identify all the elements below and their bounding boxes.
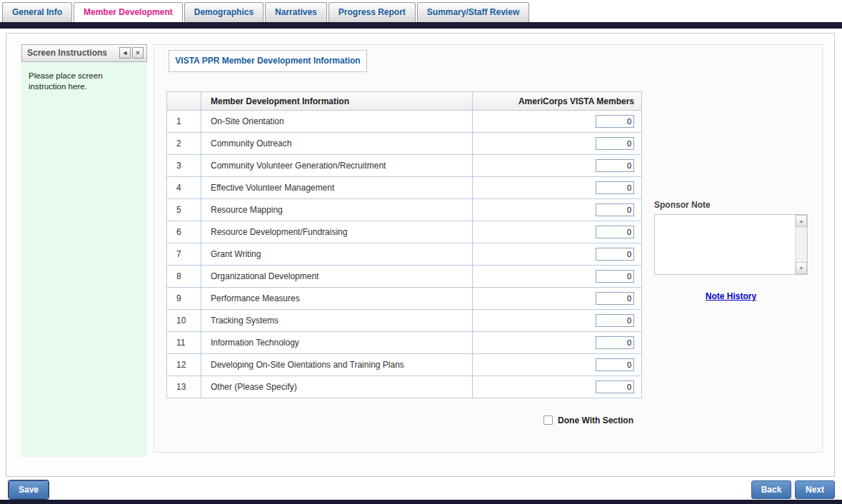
member-count-input[interactable]: [596, 292, 634, 305]
table-row: 4Effective Volunteer Management: [167, 177, 642, 199]
done-with-section: Done With Section: [166, 413, 633, 426]
row-number: 1: [167, 111, 201, 133]
note-history-wrap: Note History: [654, 289, 808, 302]
member-count-input[interactable]: [596, 226, 634, 238]
table-row: 2Community Outreach: [167, 133, 642, 155]
row-value-cell: [473, 288, 642, 310]
tab-bar: General InfoMember DevelopmentDemographi…: [0, 0, 842, 22]
note-history-link[interactable]: Note History: [706, 291, 756, 301]
row-value-cell: [473, 155, 642, 177]
tab-summary-staff-review[interactable]: Summary/Staff Review: [417, 2, 529, 22]
row-label: Community Volunteer Generation/Recruitme…: [201, 155, 473, 177]
member-count-input[interactable]: [596, 270, 634, 283]
row-number: 7: [167, 243, 201, 266]
tab-member-development[interactable]: Member Development: [74, 2, 183, 22]
row-value-cell: [473, 332, 642, 354]
row-value-cell: [473, 266, 642, 288]
member-count-input[interactable]: [596, 314, 634, 327]
member-count-input[interactable]: [596, 181, 634, 194]
screen-instructions-title: Screen Instructions: [27, 48, 107, 58]
row-value-cell: [473, 199, 642, 221]
tab-narratives[interactable]: Narratives: [265, 2, 327, 22]
row-label: Grant Writing: [201, 243, 473, 266]
row-value-cell: [473, 221, 642, 243]
member-development-table: Member Development Information AmeriCorp…: [166, 91, 642, 398]
row-value-cell: [473, 310, 642, 332]
row-label: Organizational Development: [201, 266, 473, 288]
table-row: 1On-Site Orientation: [167, 111, 642, 133]
sponsor-note-label: Sponsor Note: [654, 200, 808, 210]
scroll-down-icon[interactable]: ▼: [796, 262, 807, 274]
member-table-body: 1On-Site Orientation2Community Outreach3…: [167, 111, 642, 398]
member-count-input[interactable]: [596, 159, 634, 172]
row-number: 9: [167, 288, 201, 310]
bottom-dark-bar: [0, 500, 842, 504]
row-label: Tracking Systems: [201, 310, 473, 332]
table-row: 3Community Volunteer Generation/Recruitm…: [167, 155, 642, 177]
done-label: Done With Section: [558, 415, 633, 425]
row-label: Community Outreach: [201, 133, 473, 155]
page: General InfoMember DevelopmentDemographi…: [0, 0, 842, 504]
member-count-input[interactable]: [596, 380, 634, 393]
row-number: 2: [167, 133, 201, 155]
done-checkbox[interactable]: [543, 415, 553, 425]
table-row: 8Organizational Development: [167, 266, 642, 288]
row-number: 6: [167, 221, 201, 243]
close-icon[interactable]: ×: [132, 47, 144, 59]
row-number: 5: [167, 199, 201, 221]
footer-bar: [0, 477, 842, 500]
row-value-cell: [473, 376, 642, 398]
scroll-up-icon[interactable]: ▲: [796, 215, 807, 227]
row-number: 11: [167, 332, 201, 354]
col-header-members: AmeriCorps VISTA Members: [473, 92, 642, 111]
row-label: Other (Please Specify): [201, 376, 473, 398]
member-count-input[interactable]: [596, 336, 634, 349]
table-row: 12Developing On-Site Oientations and Tra…: [167, 354, 642, 376]
sponsor-note-area: Sponsor Note ▲ ▼ Note History: [654, 200, 808, 302]
table-row: 5Resource Mapping: [167, 199, 642, 221]
row-number: 3: [167, 155, 201, 177]
row-number: 10: [167, 310, 201, 332]
row-number: 12: [167, 354, 201, 376]
row-value-cell: [473, 354, 642, 376]
section-title-tab: VISTA PPR Member Development Information: [169, 50, 367, 72]
member-count-input[interactable]: [596, 137, 634, 150]
row-label: On-Site Orientation: [201, 111, 473, 133]
col-header-info: Member Development Information: [201, 92, 473, 111]
table-row: 11Information Technology: [167, 332, 642, 354]
member-count-input[interactable]: [596, 248, 634, 261]
back-button[interactable]: Back: [751, 480, 791, 499]
row-label: Performance Measures: [201, 288, 473, 310]
row-number: 4: [167, 177, 201, 199]
table-row: 10Tracking Systems: [167, 310, 642, 332]
row-value-cell: [473, 133, 642, 155]
row-label: Information Technology: [201, 332, 473, 354]
collapse-icon[interactable]: ◄: [119, 47, 131, 59]
scrollbar[interactable]: ▲ ▼: [795, 215, 807, 274]
table-row: 7Grant Writing: [167, 243, 642, 266]
save-button[interactable]: Save: [9, 480, 49, 499]
row-value-cell: [473, 111, 642, 133]
member-count-input[interactable]: [596, 203, 634, 216]
row-label: Effective Volunteer Management: [201, 177, 473, 199]
row-value-cell: [473, 243, 642, 266]
table-row: 13Other (Please Specify): [167, 376, 642, 398]
screen-instructions-panel: × ◄ Screen Instructions Please place scr…: [21, 44, 147, 457]
tab-general-info[interactable]: General Info: [2, 2, 72, 22]
row-number: 8: [167, 266, 201, 288]
row-value-cell: [473, 177, 642, 199]
sponsor-note-input[interactable]: [655, 215, 795, 274]
tab-demographics[interactable]: Demographics: [184, 2, 264, 22]
row-number: 13: [167, 376, 201, 398]
screen-instructions-text: Please place screen instruction here.: [21, 62, 147, 457]
member-count-input[interactable]: [596, 115, 634, 128]
screen-instructions-header: × ◄ Screen Instructions: [21, 44, 147, 62]
tab-progress-report[interactable]: Progress Report: [329, 2, 416, 22]
row-label: Resource Mapping: [201, 199, 473, 221]
table-row: 9Performance Measures: [167, 288, 642, 310]
row-label: Resource Development/Fundraising: [201, 221, 473, 243]
col-header-number: [167, 92, 201, 111]
next-button[interactable]: Next: [795, 480, 835, 499]
member-count-input[interactable]: [596, 358, 634, 371]
sponsor-note-box: ▲ ▼: [654, 214, 808, 275]
